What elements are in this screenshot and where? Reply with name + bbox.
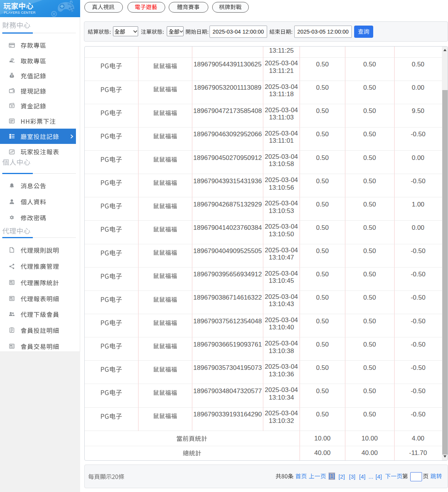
svg-text:¥: ¥ [11,75,13,77]
